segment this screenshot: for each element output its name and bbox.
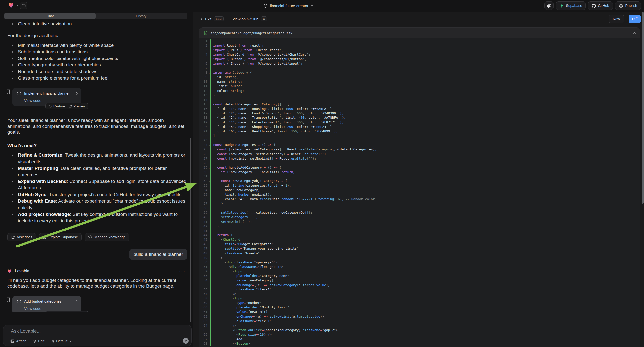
line-number: 42 <box>200 224 207 228</box>
code-line: 42 }; <box>200 224 640 228</box>
manage-knowledge-button[interactable]: Manage knowledge <box>85 233 130 242</box>
code-text: Add <box>213 337 242 341</box>
next-step-item: Refine & Customize: Tweak the design, an… <box>8 152 188 165</box>
code-text: }; <box>213 202 225 206</box>
supabase-icon <box>560 4 564 8</box>
file-header[interactable]: src/components/budget/BudgetCategories.t… <box>200 28 640 38</box>
line-number: 19 <box>200 120 207 125</box>
line-number: 54 <box>200 278 207 282</box>
code-line: 30 if (!newCategory || !newLimit) return… <box>200 170 640 174</box>
bookmark-icon[interactable] <box>6 298 10 302</box>
line-number: 59 <box>200 301 207 305</box>
restore-button[interactable]: Restore <box>48 104 65 108</box>
supabase-button[interactable]: Supabase <box>556 2 586 10</box>
code-line: 32⌄ const newCategoryObj: Category = { <box>200 179 640 183</box>
target-icon <box>32 339 36 343</box>
code-line: 47 subtitle="Manage your spending limits… <box>200 246 640 251</box>
line-number: 33 <box>200 184 207 188</box>
code-line: 16 { id: '1', name: 'Housing', limit: 15… <box>200 106 640 111</box>
code-text: setNewLimit(''); <box>213 220 252 224</box>
chevron-up-icon[interactable] <box>633 32 636 34</box>
bookmark-icon[interactable] <box>6 89 10 94</box>
line-number: 38 <box>200 206 207 210</box>
code-line: 8⌄interface Category { <box>200 70 640 75</box>
code-line: 43 <box>200 228 640 233</box>
line-number: 5 <box>200 57 207 62</box>
toggle-sidebar-button[interactable] <box>20 2 28 10</box>
edit-label: Edit <box>38 339 44 343</box>
lovable-menu[interactable] <box>8 2 19 8</box>
code-text: title="Budget Categories" <box>213 242 274 246</box>
chat-bubble-icon <box>43 236 46 239</box>
project-title: financial-future-creator <box>270 4 308 8</box>
tab-history[interactable]: History <box>96 13 187 19</box>
restore-preview-bar: Restore Preview <box>45 311 88 312</box>
edit-card-add-budget-categories: Add budget categories View code Restore … <box>12 296 82 312</box>
line-number: 27 <box>200 156 207 161</box>
edit-select-button[interactable]: Edit <box>32 339 44 343</box>
mode-selector[interactable]: Default <box>50 339 72 343</box>
line-number: 45 <box>200 238 207 242</box>
attach-button[interactable]: Attach <box>10 339 26 343</box>
line-number: 15 <box>200 102 207 106</box>
supabase-label: Supabase <box>566 4 582 8</box>
whats-next-heading: What's next? <box>8 143 188 148</box>
code-text: const newCategoryObj: Category = { <box>213 179 287 183</box>
code-line: 45 <ChartCard <box>200 238 640 242</box>
line-number: 24 <box>200 143 207 147</box>
exit-button[interactable]: Exit <box>205 17 211 21</box>
code-text: const [newLimit, setNewLimit] = React.us… <box>213 156 316 161</box>
github-button[interactable]: GitHub <box>588 2 613 10</box>
code-line: 62 onChange={(e) => setNewLimit(e.target… <box>200 314 640 319</box>
diff-toggle-button[interactable]: Diff <box>628 15 641 23</box>
preview-button[interactable]: Preview <box>68 104 86 108</box>
edit-card-implement-financial-planner: Implement financial planner View code Re… <box>12 88 82 106</box>
tab-chat[interactable]: Chat <box>4 13 96 19</box>
settings-button[interactable] <box>544 2 554 10</box>
code-line: 19 { id: '4', name: 'Entertainment', lim… <box>200 120 640 125</box>
line-number: 16 <box>200 106 207 111</box>
aesthetic-bullet: Minimalist interface with plenty of whit… <box>8 42 188 48</box>
edit-card-header[interactable]: Implement financial planner <box>16 91 78 95</box>
esc-key-badge: ESC <box>214 16 224 22</box>
panel-left-icon <box>22 4 26 8</box>
aesthetic-bullet: Rounded corners and subtle shadows <box>8 68 188 75</box>
line-number: 46 <box>200 242 207 246</box>
line-number: 55 <box>200 283 207 287</box>
edit-card-header[interactable]: Add budget categories <box>16 299 78 304</box>
diff-added-indicator <box>210 39 211 346</box>
quick-actions: Visit docs Explore Supabase Manage knowl… <box>8 233 188 242</box>
code-line: 23 <box>200 138 640 143</box>
publish-button[interactable]: Publish <box>615 2 641 10</box>
code-line: 35 limit: Number(newLimit), <box>200 192 640 197</box>
code-line: 64 /> <box>200 323 640 328</box>
project-selector[interactable]: financial-future-creator <box>264 0 314 12</box>
chat-scrollbar[interactable] <box>190 138 192 322</box>
code-line: 21 { id: '6', name: 'Healthcare', limit:… <box>200 129 640 134</box>
file-added-icon <box>204 30 208 35</box>
code-scrollbar[interactable] <box>642 12 644 204</box>
line-number: 40 <box>200 215 207 219</box>
view-code-link[interactable]: View code <box>24 306 78 311</box>
code-line: 63 className="flex-1" <box>200 319 640 323</box>
explore-supabase-button[interactable]: Explore Supabase <box>39 233 82 242</box>
code-line: 4import ChartCard from '@/components/ui/… <box>200 52 640 57</box>
send-button[interactable] <box>183 338 189 344</box>
view-code-link[interactable]: View code <box>24 98 78 102</box>
edit-card-title: Implement financial planner <box>24 91 73 95</box>
message-menu-button[interactable]: ··· <box>179 268 188 274</box>
assistant-name: Lovable <box>15 268 177 273</box>
visit-docs-button[interactable]: Visit docs <box>8 233 36 242</box>
view-on-github-button[interactable]: View on GitHub <box>232 17 258 21</box>
line-number: 7 <box>200 66 207 70</box>
line-number: 18 <box>200 116 207 120</box>
code-line: 5import { Button } from '@/components/ui… <box>200 57 640 62</box>
line-number: 13 <box>200 93 207 98</box>
code-text: <div className="space-y-6"> <box>213 260 277 264</box>
code-icon <box>16 300 22 303</box>
ask-lovable-input[interactable] <box>11 328 160 334</box>
raw-toggle-button[interactable]: Raw <box>609 15 624 23</box>
line-number: 63 <box>200 319 207 323</box>
line-number: 57 <box>200 292 207 296</box>
code-line: 59 type="number" <box>200 301 640 305</box>
